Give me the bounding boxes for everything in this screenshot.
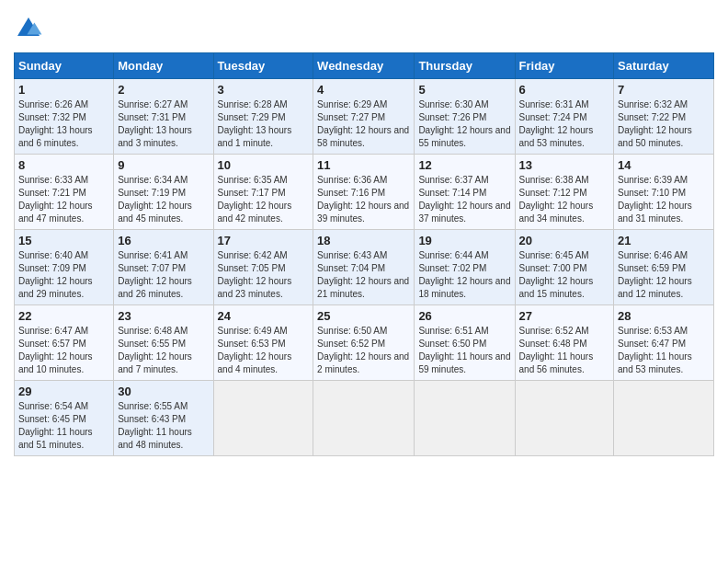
calendar-cell: 28 Sunrise: 6:53 AM Sunset: 6:47 PM Dayl…: [614, 305, 714, 381]
day-detail: Sunrise: 6:38 AM Sunset: 7:12 PM Dayligh…: [519, 175, 594, 224]
page-header: [14, 14, 714, 43]
day-detail: Sunrise: 6:50 AM Sunset: 6:52 PM Dayligh…: [317, 326, 409, 374]
col-header-saturday: Saturday: [614, 53, 714, 79]
calendar-cell: 18 Sunrise: 6:43 AM Sunset: 7:04 PM Dayl…: [313, 230, 415, 305]
calendar-cell: 8 Sunrise: 6:33 AM Sunset: 7:21 PM Dayli…: [15, 155, 114, 230]
day-detail: Sunrise: 6:27 AM Sunset: 7:31 PM Dayligh…: [118, 99, 192, 148]
calendar-cell: 5 Sunrise: 6:30 AM Sunset: 7:26 PM Dayli…: [415, 79, 515, 155]
calendar-cell: 10 Sunrise: 6:35 AM Sunset: 7:17 PM Dayl…: [213, 155, 313, 230]
col-header-monday: Monday: [114, 53, 213, 79]
calendar-cell: [213, 381, 313, 456]
day-detail: Sunrise: 6:41 AM Sunset: 7:07 PM Dayligh…: [118, 250, 192, 299]
day-detail: Sunrise: 6:45 AM Sunset: 7:00 PM Dayligh…: [519, 250, 594, 299]
calendar-cell: 24 Sunrise: 6:49 AM Sunset: 6:53 PM Dayl…: [213, 305, 313, 381]
calendar-cell: [313, 381, 415, 456]
day-number: 23: [118, 309, 209, 323]
calendar-week-5: 29 Sunrise: 6:54 AM Sunset: 6:45 PM Dayl…: [15, 381, 714, 456]
day-detail: Sunrise: 6:30 AM Sunset: 7:26 PM Dayligh…: [418, 99, 510, 148]
day-number: 17: [218, 234, 310, 247]
day-number: 10: [218, 158, 310, 172]
header-row: SundayMondayTuesdayWednesdayThursdayFrid…: [15, 53, 714, 79]
day-number: 21: [618, 234, 710, 247]
calendar-cell: [415, 381, 515, 456]
day-number: 1: [18, 83, 109, 97]
day-detail: Sunrise: 6:52 AM Sunset: 6:48 PM Dayligh…: [519, 326, 594, 374]
day-detail: Sunrise: 6:51 AM Sunset: 6:50 PM Dayligh…: [418, 326, 510, 374]
day-detail: Sunrise: 6:37 AM Sunset: 7:14 PM Dayligh…: [418, 175, 510, 224]
day-detail: Sunrise: 6:34 AM Sunset: 7:19 PM Dayligh…: [118, 175, 192, 224]
day-detail: Sunrise: 6:48 AM Sunset: 6:55 PM Dayligh…: [118, 326, 192, 374]
day-number: 15: [18, 234, 109, 247]
calendar-cell: 13 Sunrise: 6:38 AM Sunset: 7:12 PM Dayl…: [515, 155, 614, 230]
day-detail: Sunrise: 6:46 AM Sunset: 6:59 PM Dayligh…: [618, 250, 692, 299]
day-number: 13: [519, 158, 610, 172]
day-number: 14: [618, 158, 710, 172]
day-number: 30: [118, 385, 209, 398]
calendar-cell: 30 Sunrise: 6:55 AM Sunset: 6:43 PM Dayl…: [114, 381, 213, 456]
day-number: 8: [18, 158, 109, 172]
day-number: 4: [317, 83, 410, 97]
day-detail: Sunrise: 6:40 AM Sunset: 7:09 PM Dayligh…: [18, 250, 93, 299]
calendar-cell: 4 Sunrise: 6:29 AM Sunset: 7:27 PM Dayli…: [313, 79, 415, 155]
day-number: 28: [618, 309, 710, 323]
col-header-thursday: Thursday: [415, 53, 515, 79]
calendar-cell: [515, 381, 614, 456]
col-header-wednesday: Wednesday: [313, 53, 415, 79]
day-detail: Sunrise: 6:33 AM Sunset: 7:21 PM Dayligh…: [18, 175, 93, 224]
day-number: 11: [317, 158, 410, 172]
calendar-week-4: 22 Sunrise: 6:47 AM Sunset: 6:57 PM Dayl…: [15, 305, 714, 381]
calendar-cell: 23 Sunrise: 6:48 AM Sunset: 6:55 PM Dayl…: [114, 305, 213, 381]
day-detail: Sunrise: 6:47 AM Sunset: 6:57 PM Dayligh…: [18, 326, 93, 374]
calendar-cell: 2 Sunrise: 6:27 AM Sunset: 7:31 PM Dayli…: [114, 79, 213, 155]
day-number: 5: [418, 83, 510, 97]
calendar-cell: 1 Sunrise: 6:26 AM Sunset: 7:32 PM Dayli…: [15, 79, 114, 155]
calendar-cell: 7 Sunrise: 6:32 AM Sunset: 7:22 PM Dayli…: [614, 79, 714, 155]
day-number: 6: [519, 83, 610, 97]
calendar-cell: 22 Sunrise: 6:47 AM Sunset: 6:57 PM Dayl…: [15, 305, 114, 381]
day-detail: Sunrise: 6:26 AM Sunset: 7:32 PM Dayligh…: [18, 99, 93, 148]
calendar-week-1: 1 Sunrise: 6:26 AM Sunset: 7:32 PM Dayli…: [15, 79, 714, 155]
day-detail: Sunrise: 6:49 AM Sunset: 6:53 PM Dayligh…: [218, 326, 292, 374]
day-detail: Sunrise: 6:53 AM Sunset: 6:47 PM Dayligh…: [618, 326, 692, 374]
calendar-cell: 3 Sunrise: 6:28 AM Sunset: 7:29 PM Dayli…: [213, 79, 313, 155]
logo-icon: [14, 14, 43, 43]
day-detail: Sunrise: 6:42 AM Sunset: 7:05 PM Dayligh…: [218, 250, 292, 299]
col-header-sunday: Sunday: [15, 53, 114, 79]
calendar-week-3: 15 Sunrise: 6:40 AM Sunset: 7:09 PM Dayl…: [15, 230, 714, 305]
calendar-week-2: 8 Sunrise: 6:33 AM Sunset: 7:21 PM Dayli…: [15, 155, 714, 230]
calendar-cell: 25 Sunrise: 6:50 AM Sunset: 6:52 PM Dayl…: [313, 305, 415, 381]
day-number: 24: [218, 309, 310, 323]
day-detail: Sunrise: 6:31 AM Sunset: 7:24 PM Dayligh…: [519, 99, 594, 148]
calendar-cell: 17 Sunrise: 6:42 AM Sunset: 7:05 PM Dayl…: [213, 230, 313, 305]
calendar-cell: 6 Sunrise: 6:31 AM Sunset: 7:24 PM Dayli…: [515, 79, 614, 155]
calendar-cell: 16 Sunrise: 6:41 AM Sunset: 7:07 PM Dayl…: [114, 230, 213, 305]
logo: [14, 14, 47, 43]
calendar-cell: 15 Sunrise: 6:40 AM Sunset: 7:09 PM Dayl…: [15, 230, 114, 305]
day-detail: Sunrise: 6:54 AM Sunset: 6:45 PM Dayligh…: [18, 401, 93, 450]
day-number: 20: [519, 234, 610, 247]
day-detail: Sunrise: 6:55 AM Sunset: 6:43 PM Dayligh…: [118, 401, 192, 450]
calendar-cell: 26 Sunrise: 6:51 AM Sunset: 6:50 PM Dayl…: [415, 305, 515, 381]
day-detail: Sunrise: 6:28 AM Sunset: 7:29 PM Dayligh…: [218, 99, 292, 148]
col-header-friday: Friday: [515, 53, 614, 79]
day-number: 29: [18, 385, 109, 398]
day-number: 26: [418, 309, 510, 323]
calendar-cell: 21 Sunrise: 6:46 AM Sunset: 6:59 PM Dayl…: [614, 230, 714, 305]
calendar-cell: 11 Sunrise: 6:36 AM Sunset: 7:16 PM Dayl…: [313, 155, 415, 230]
calendar-cell: 19 Sunrise: 6:44 AM Sunset: 7:02 PM Dayl…: [415, 230, 515, 305]
day-detail: Sunrise: 6:29 AM Sunset: 7:27 PM Dayligh…: [317, 99, 409, 148]
calendar-cell: 9 Sunrise: 6:34 AM Sunset: 7:19 PM Dayli…: [114, 155, 213, 230]
day-number: 22: [18, 309, 109, 323]
calendar-cell: 20 Sunrise: 6:45 AM Sunset: 7:00 PM Dayl…: [515, 230, 614, 305]
calendar-cell: 14 Sunrise: 6:39 AM Sunset: 7:10 PM Dayl…: [614, 155, 714, 230]
day-number: 2: [118, 83, 209, 97]
calendar-cell: [614, 381, 714, 456]
day-detail: Sunrise: 6:43 AM Sunset: 7:04 PM Dayligh…: [317, 250, 409, 299]
day-detail: Sunrise: 6:35 AM Sunset: 7:17 PM Dayligh…: [218, 175, 292, 224]
day-number: 7: [618, 83, 710, 97]
day-number: 16: [118, 234, 209, 247]
day-detail: Sunrise: 6:32 AM Sunset: 7:22 PM Dayligh…: [618, 99, 692, 148]
day-detail: Sunrise: 6:44 AM Sunset: 7:02 PM Dayligh…: [418, 250, 510, 299]
calendar-cell: 27 Sunrise: 6:52 AM Sunset: 6:48 PM Dayl…: [515, 305, 614, 381]
day-detail: Sunrise: 6:39 AM Sunset: 7:10 PM Dayligh…: [618, 175, 692, 224]
